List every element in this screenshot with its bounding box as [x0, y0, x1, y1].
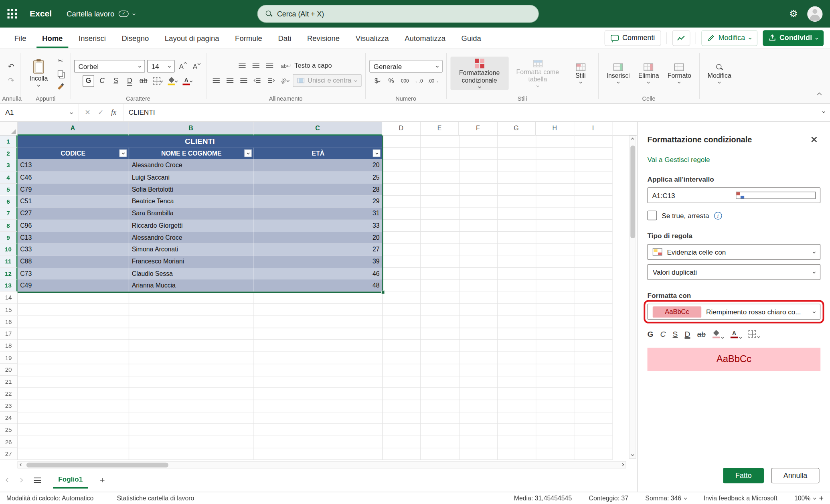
align-top-button[interactable]	[237, 60, 248, 71]
table-cell[interactable]: Simona Arconati	[129, 244, 254, 256]
rule-type-dropdown[interactable]: Evidenzia celle con	[648, 244, 821, 260]
stop-if-true-checkbox[interactable]	[648, 211, 657, 220]
row-header-8[interactable]: 8	[0, 220, 18, 232]
decrease-indent-button[interactable]	[251, 75, 263, 86]
search-box[interactable]	[257, 5, 539, 23]
table-row[interactable]: C73Claudio Sessa46	[18, 267, 383, 279]
scroll-down-icon[interactable]	[631, 453, 634, 456]
ribbon-tab-disegno[interactable]: Disegno	[116, 28, 155, 48]
cancel-entry-icon[interactable]: ✕	[85, 109, 90, 117]
paste-button[interactable]: Incolla	[25, 58, 53, 88]
ribbon-tab-dati[interactable]: Dati	[272, 28, 297, 48]
align-middle-button[interactable]	[250, 60, 262, 71]
row-header-25[interactable]: 25	[0, 424, 18, 436]
table-row[interactable]: C13Alessandro Croce20	[18, 232, 383, 244]
row-header-5[interactable]: 5	[0, 184, 18, 196]
align-center-button[interactable]	[224, 75, 235, 86]
confirm-entry-icon[interactable]: ✓	[98, 109, 103, 117]
table-cell[interactable]: C88	[18, 255, 129, 267]
currency-format-button[interactable]: $	[372, 75, 383, 87]
row-header-16[interactable]: 16	[0, 316, 18, 328]
feedback-link[interactable]: Invia feedback a Microsoft	[704, 494, 777, 502]
align-right-button[interactable]	[238, 75, 249, 86]
next-sheet-icon[interactable]	[18, 478, 23, 482]
table-cell[interactable]: C27	[18, 208, 129, 220]
font-color-button[interactable]	[181, 75, 194, 87]
bold-button[interactable]: G	[648, 329, 654, 339]
close-panel-button[interactable]	[807, 132, 820, 146]
column-header-E[interactable]: E	[421, 122, 459, 136]
table-cell[interactable]: C49	[18, 279, 129, 291]
row-header-19[interactable]: 19	[0, 352, 18, 364]
row-header-12[interactable]: 12	[0, 268, 18, 280]
italic-button[interactable]: C	[660, 329, 666, 339]
borders-button[interactable]	[749, 330, 760, 338]
row-header-26[interactable]: 26	[0, 436, 18, 448]
ribbon-tab-revisione[interactable]: Revisione	[301, 28, 345, 48]
table-cell[interactable]: 20	[253, 232, 382, 244]
double-underline-button[interactable]: D	[685, 329, 690, 339]
table-cell[interactable]: 31	[253, 208, 382, 220]
app-launcher-button[interactable]	[0, 0, 24, 28]
formula-input[interactable]: CLIENTI	[123, 104, 830, 121]
row-header-14[interactable]: 14	[0, 292, 18, 304]
table-cell[interactable]: Alessandro Croce	[129, 232, 254, 244]
ribbon-tab-visualizza[interactable]: Visualizza	[350, 28, 395, 48]
horizontal-scrollbar[interactable]	[0, 461, 637, 470]
format-painter-button[interactable]	[55, 80, 66, 92]
ribbon-tab-home[interactable]: Home	[36, 28, 69, 48]
align-left-button[interactable]	[210, 75, 222, 86]
vertical-scroll-thumb[interactable]	[630, 146, 635, 238]
row-header-15[interactable]: 15	[0, 304, 18, 316]
redo-button[interactable]: ↷	[5, 75, 17, 86]
table-cell[interactable]: C33	[18, 244, 129, 256]
row-header-6[interactable]: 6	[0, 196, 18, 208]
percent-format-button[interactable]: %	[385, 75, 397, 87]
info-icon[interactable]: i	[714, 211, 722, 219]
row-header-3[interactable]: 3	[0, 160, 18, 172]
table-cell[interactable]: Riccardo Giorgetti	[129, 220, 254, 232]
table-cell[interactable]: Sofia Bertolotti	[129, 184, 254, 196]
table-cell[interactable]: Alessandro Croce	[129, 160, 254, 172]
delete-cells-button[interactable]: Elimina	[634, 61, 663, 85]
row-header-10[interactable]: 10	[0, 244, 18, 256]
font-name-select[interactable]: Corbel	[74, 60, 145, 73]
table-row[interactable]: C51Beatrice Tenca29	[18, 196, 383, 208]
table-cell[interactable]: 48	[253, 279, 382, 291]
table-cell[interactable]: 33	[253, 220, 382, 232]
calc-mode-status[interactable]: Modalità di calcolo: Automatico	[6, 494, 94, 502]
column-header-C[interactable]: C	[253, 122, 382, 136]
row-header-9[interactable]: 9	[0, 232, 18, 244]
column-header-A[interactable]: A	[18, 122, 129, 136]
status-conteggio[interactable]: Conteggio: 37	[589, 494, 628, 502]
status-somma[interactable]: Somma: 346	[645, 494, 686, 502]
increase-indent-button[interactable]	[265, 75, 277, 86]
align-bottom-button[interactable]	[264, 60, 275, 71]
underline-button[interactable]: S	[673, 329, 678, 339]
table-cell[interactable]: C79	[18, 184, 129, 196]
sheet-tab-foglio1[interactable]: Foglio1	[53, 472, 88, 488]
ribbon-tab-layout-di-pagina[interactable]: Layout di pagina	[159, 28, 225, 48]
table-title-cell[interactable]: CLIENTI	[18, 136, 383, 148]
table-cell[interactable]: Sara Brambilla	[129, 208, 254, 220]
table-row[interactable]: C33Simona Arconati27	[18, 244, 383, 256]
table-row[interactable]: C27Sara Brambilla31	[18, 208, 383, 220]
font-size-select[interactable]: 14	[147, 60, 175, 73]
table-cell[interactable]: 29	[253, 196, 382, 208]
workbook-name-button[interactable]: Cartella lavoro ✓	[67, 10, 135, 18]
filter-button[interactable]	[244, 150, 252, 158]
insert-function-button[interactable]: fx	[111, 108, 116, 117]
table-cell[interactable]: Claudio Sessa	[129, 267, 254, 279]
table-cell[interactable]: 39	[253, 255, 382, 267]
table-row[interactable]: C13Alessandro Croce20	[18, 160, 383, 172]
number-format-select[interactable]: Generale	[369, 60, 442, 73]
undo-button[interactable]: ↶	[5, 60, 17, 72]
table-cell[interactable]: Arianna Muccia	[129, 279, 254, 291]
increase-decimal-button[interactable]: ←.0	[413, 75, 425, 87]
strikethrough-button[interactable]: ab	[697, 329, 706, 339]
done-button[interactable]: Fatto	[723, 468, 764, 483]
merge-center-button[interactable]: Unisci e centra	[293, 74, 361, 87]
row-header-4[interactable]: 4	[0, 172, 18, 184]
underline-button[interactable]: S	[110, 75, 122, 87]
format-cells-button[interactable]: Formato	[663, 61, 695, 85]
